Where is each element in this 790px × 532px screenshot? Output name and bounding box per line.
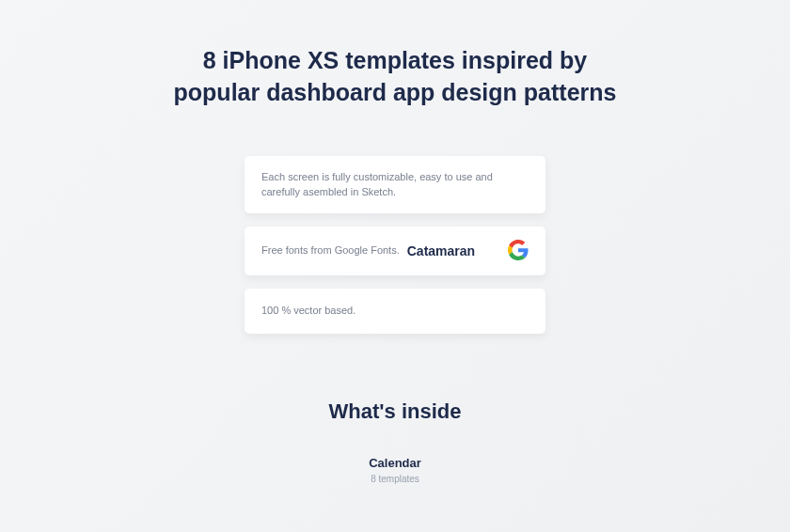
feature-card-vector: 100 % vector based. [245,289,545,334]
feature-text: Each screen is fully customizable, easy … [261,169,529,200]
section-subtitle: 8 templates [371,474,419,484]
page-container: 8 iPhone XS templates inspired by popula… [0,0,790,484]
title-line-1: 8 iPhone XS templates inspired by [203,47,587,73]
feature-card-customizable: Each screen is fully customizable, easy … [245,156,545,213]
page-title: 8 iPhone XS templates inspired by popula… [174,45,617,109]
google-icon [508,240,529,262]
feature-cards: Each screen is fully customizable, easy … [245,156,545,334]
section-title: Calendar [369,456,421,470]
fonts-text: Free fonts from Google Fonts. [261,243,400,258]
font-row: Free fonts from Google Fonts. Catamaran [261,240,529,262]
font-left: Free fonts from Google Fonts. Catamaran [261,243,475,258]
font-name-label: Catamaran [407,243,475,258]
whats-inside-heading: What's inside [329,399,462,424]
vector-text: 100 % vector based. [261,303,356,319]
title-line-2: popular dashboard app design patterns [174,79,617,105]
feature-card-fonts: Free fonts from Google Fonts. Catamaran [245,227,545,275]
